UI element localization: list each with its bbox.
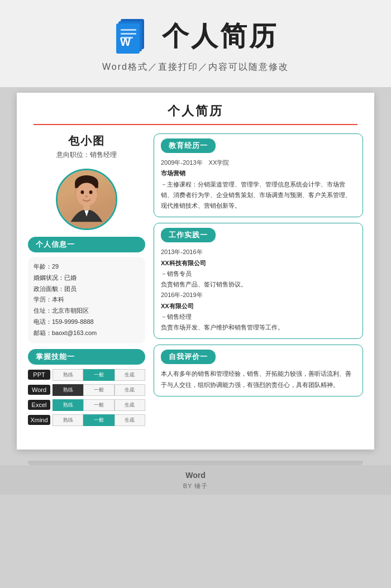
bottom-strip: Word BY 锤子 <box>0 465 391 495</box>
edu-major: 市场营销 <box>161 168 356 179</box>
resume-page: 个人简历 包小图 意向职位：销售经理 <box>17 93 374 450</box>
banner-title: 个人简历 <box>162 18 278 54</box>
skill-level-xmind-1: 熟练 <box>53 414 83 426</box>
left-column: 包小图 意向职位：销售经理 <box>28 133 145 433</box>
skill-row-word: Word 熟练 一般 生疏 <box>28 384 145 396</box>
work1-period: 2013年-2016年 <box>161 247 356 257</box>
info-politics: 政治面貌：团员 <box>34 284 140 295</box>
bottom-word-row: Word <box>185 471 206 480</box>
skill-level-word-3: 生疏 <box>115 384 145 396</box>
edu-courses: －主修课程：分销渠道管理、管理学、管理信息系统会计学、市场营销、消费者行为学、企… <box>161 179 356 212</box>
right-column: 教育经历一 2009年-2013年 XX学院 市场营销 －主修课程：分销渠道管理… <box>145 133 363 433</box>
skill-level-ppt-2: 一般 <box>83 369 114 381</box>
svg-rect-14 <box>83 205 89 210</box>
skill-level-ppt-3: 生疏 <box>115 369 145 381</box>
svg-point-10 <box>76 183 97 206</box>
skill-bar-ppt: 熟练 一般 生疏 <box>53 369 145 381</box>
skill-bar-excel: 熟练 一般 生疏 <box>53 399 145 411</box>
svg-point-11 <box>81 190 84 194</box>
target-job-value: 销售经理 <box>90 151 117 159</box>
work2-title: －销售经理 <box>161 312 356 322</box>
work-title: 工作实践一 <box>161 228 216 242</box>
bottom-sub: BY 锤子 <box>183 482 208 490</box>
skill-level-excel-3: 生疏 <box>115 399 145 411</box>
education-content: 2009年-2013年 XX学院 市场营销 －主修课程：分销渠道管理、管理学、管… <box>161 157 356 211</box>
info-address: 住址：北京市朝阳区 <box>34 305 140 317</box>
skill-level-excel-1: 熟练 <box>53 399 83 411</box>
word-icon: W <box>113 17 152 56</box>
self-eval-content: 本人有多年的销售和管理经验，销售、开拓能力较强，善听话流利、善于与人交往，组织协… <box>161 369 356 390</box>
skill-level-word-1: 熟练 <box>53 384 83 396</box>
education-title: 教育经历一 <box>161 138 216 153</box>
photo-placeholder <box>58 170 116 228</box>
info-email: 邮箱：baoxt@163.com <box>34 328 140 339</box>
svg-point-12 <box>89 190 93 194</box>
work1-title: －销售专员 <box>161 269 356 279</box>
personal-info-section-title: 个人信息一 <box>28 237 145 252</box>
skill-level-xmind-3: 生疏 <box>115 414 145 426</box>
skills-block: PPT 熟练 一般 生疏 Word 熟练 一般 生疏 <box>28 369 145 429</box>
resume-shadow <box>28 461 363 465</box>
info-education: 学历：本科 <box>34 294 140 305</box>
skill-level-ppt-1: 熟练 <box>53 369 83 381</box>
skill-bar-xmind: 熟练 一般 生疏 <box>53 414 145 426</box>
work2-period: 2016年-2019年 <box>161 290 356 300</box>
info-phone: 电话：159-9999-8888 <box>34 317 140 328</box>
banner-top: W 个人简历 <box>113 17 278 56</box>
photo <box>56 169 117 230</box>
skill-name-xmind: Xmind <box>28 415 50 425</box>
work2-company: XX有限公司 <box>161 301 356 312</box>
work1-desc: 负责销售产品、签订销售协议。 <box>161 279 356 290</box>
target-job: 意向职位：销售经理 <box>56 150 117 160</box>
skill-name-ppt: PPT <box>28 370 50 380</box>
education-section: 教育经历一 2009年-2013年 XX学院 市场营销 －主修课程：分销渠道管理… <box>154 133 363 217</box>
banner-subtitle: Word格式／直接打印／内容可以随意修改 <box>102 61 289 73</box>
work2-desc: 负责市场开发、客户维护和销售管理等工作。 <box>161 322 356 333</box>
skill-row-xmind: Xmind 熟练 一般 生疏 <box>28 414 145 426</box>
skill-name-word: Word <box>28 385 50 395</box>
work1-company: XX科技有限公司 <box>161 258 356 269</box>
svg-text:W: W <box>120 36 131 48</box>
work-content: 2013年-2016年 XX科技有限公司 －销售专员 负责销售产品、签订销售协议… <box>161 247 356 333</box>
svg-rect-4 <box>121 33 136 35</box>
candidate-name: 包小图 <box>56 133 117 149</box>
edu-period: 2009年-2013年 XX学院 <box>161 157 356 168</box>
skill-bar-word: 熟练 一般 生疏 <box>53 384 145 396</box>
skill-row-excel: Excel 熟练 一般 生疏 <box>28 399 145 411</box>
target-job-label: 意向职位： <box>56 151 90 159</box>
skill-level-word-2: 一般 <box>83 384 114 396</box>
resume-body: 包小图 意向职位：销售经理 <box>17 125 374 433</box>
name-section: 包小图 意向职位：销售经理 <box>56 133 117 160</box>
skill-level-excel-2: 一般 <box>83 399 114 411</box>
svg-rect-3 <box>121 29 136 31</box>
bottom-word-label: Word <box>185 471 206 480</box>
skill-row-ppt: PPT 熟练 一般 生疏 <box>28 369 145 381</box>
svg-point-13 <box>85 195 88 197</box>
info-age: 年龄：29 <box>34 261 140 273</box>
skills-section-title: 掌握技能一 <box>28 349 145 365</box>
skill-level-xmind-2: 一般 <box>83 414 114 426</box>
personal-info-block: 年龄：29 婚姻状况：已婚 政治面貌：团员 学历：本科 住址：北京市朝阳区 电话… <box>28 257 145 343</box>
self-eval-section: 自我评价一 本人有多年的销售和管理经验，销售、开拓能力较强，善听话流利、善于与人… <box>154 345 363 396</box>
banner: W 个人简历 Word格式／直接打印／内容可以随意修改 <box>0 0 391 87</box>
info-marriage: 婚姻状况：已婚 <box>34 273 140 284</box>
person-avatar-svg <box>64 174 109 224</box>
work-section: 工作实践一 2013年-2016年 XX科技有限公司 －销售专员 负责销售产品、… <box>154 223 363 339</box>
self-eval-title: 自我评价一 <box>161 350 216 364</box>
resume-title: 个人简历 <box>34 103 357 119</box>
skill-name-excel: Excel <box>28 400 50 410</box>
resume-header: 个人简历 <box>34 93 357 125</box>
